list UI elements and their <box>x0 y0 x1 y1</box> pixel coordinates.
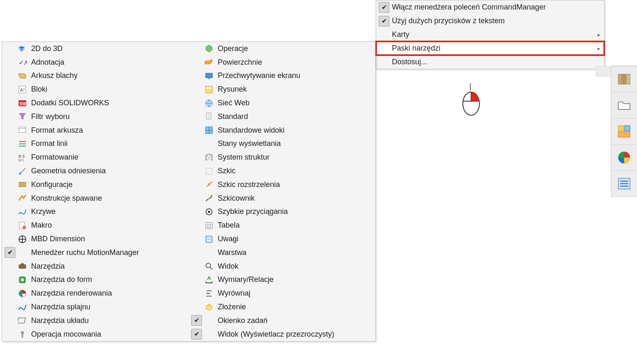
check-placeholder <box>5 315 15 326</box>
toolbar-item[interactable]: Geometria odniesienia <box>2 164 189 178</box>
toolbar-item[interactable]: Operacja mocowania <box>2 328 189 341</box>
toolbar-item[interactable]: Bloki <box>2 83 189 96</box>
toolbar-item[interactable]: Konfiguracje <box>2 178 189 192</box>
toolbar-item[interactable]: Przechwytywanie ekranu <box>189 69 375 83</box>
toolbar-item[interactable]: Powierzchnie <box>189 56 375 69</box>
toolbar-item[interactable]: Formatowanie <box>2 150 189 164</box>
ctx-item-commandmanager[interactable]: ✔ Włącz menedżera poleceń CommandManager <box>376 0 604 14</box>
toolbar-item[interactable]: 2D do 3D <box>2 42 189 56</box>
toolbar-item-label: Standard <box>218 112 371 121</box>
toolbar-item[interactable]: Konstrukcje spawane <box>2 192 189 205</box>
toolbar-item-label: Złożenie <box>218 303 371 311</box>
check-placeholder <box>191 70 202 81</box>
toolbar-item-label: Szybkie przyciągania <box>218 207 371 216</box>
toolbar-item[interactable]: Adnotacja <box>2 56 189 69</box>
dock-palette-button[interactable] <box>611 119 637 145</box>
toolbar-item[interactable]: System struktur <box>189 150 375 164</box>
tools-icon <box>17 261 28 272</box>
toolbar-item[interactable]: Widok <box>189 260 375 273</box>
toolbar-item[interactable]: Tabela <box>189 218 375 232</box>
toolbar-item[interactable]: Arkusz blachy <box>2 69 189 83</box>
toolbar-item-label: Formatowanie <box>31 153 185 162</box>
check-placeholder <box>5 206 15 217</box>
toolbar-item[interactable]: Narzędzia splajnu <box>2 300 189 314</box>
curves-icon <box>17 206 28 217</box>
ctx-item-large-buttons[interactable]: ✔ Użyj dużych przycisków z tekstem <box>376 14 604 28</box>
toolbar-item-label: Widok <box>218 262 371 271</box>
quick-snaps-icon <box>204 206 214 217</box>
toolbar-item-label: 2D do 3D <box>31 44 185 53</box>
toolbar-item[interactable]: MBD Dimension <box>2 232 189 246</box>
toolbar-item[interactable]: Wymiary/Relacje <box>189 273 375 287</box>
toolbar-item[interactable]: Złożenie <box>189 300 375 314</box>
toolbar-item[interactable]: Sieć Web <box>189 96 375 110</box>
check-placeholder <box>5 261 15 272</box>
toolbar-item[interactable]: Stany wyświetlania <box>189 137 375 151</box>
align-icon <box>204 288 214 299</box>
weldments-icon <box>17 193 28 204</box>
toolbar-item[interactable]: Szkic rozstrzelenia <box>189 178 375 192</box>
toolbar-item[interactable]: Narzędzia renderowania <box>2 286 189 300</box>
toolbar-item-label: Przechwytywanie ekranu <box>218 71 371 80</box>
check-placeholder <box>5 288 15 299</box>
check-placeholder <box>191 98 202 109</box>
toolbar-item-label: Stany wyświetlania <box>218 139 371 148</box>
dock-properties-button[interactable] <box>611 171 637 197</box>
toolbar-item-label: Bloki <box>31 85 185 94</box>
std-views-icon <box>204 125 214 136</box>
toolbar-item-label: Szkicownik <box>218 194 371 203</box>
check-placeholder <box>191 84 202 95</box>
spline-tools-icon <box>17 302 28 313</box>
toolbar-item[interactable]: Uwagi <box>189 232 375 246</box>
blocks-icon <box>17 84 28 95</box>
check-placeholder <box>5 84 15 95</box>
ctx-item-tabs[interactable]: Karty ▸ <box>376 28 604 41</box>
toolbars-column-1: 2D do 3DAdnotacjaArkusz blachyBlokiDodat… <box>2 42 189 341</box>
check-icon: ✔ <box>379 2 389 13</box>
features-icon <box>204 43 214 54</box>
filter-icon <box>17 111 28 122</box>
no-icon <box>204 138 214 149</box>
toolbars-column-2: OperacjePowierzchniePrzechwytywanie ekra… <box>189 42 375 341</box>
toolbar-item[interactable]: Warstwa <box>189 246 375 260</box>
toolbar-item[interactable]: Narzędzia <box>2 260 189 273</box>
toolbar-item[interactable]: Dodatki SOLIDWORKS <box>2 96 189 110</box>
check-placeholder <box>5 152 15 163</box>
check-placeholder <box>191 125 202 136</box>
toolbar-item[interactable]: ✔Widok (Wyświetlacz przezroczysty) <box>189 328 375 341</box>
check-placeholder <box>191 274 202 285</box>
toolbar-item-label: Wymiary/Relacje <box>218 275 371 284</box>
dock-open-button[interactable] <box>611 92 637 119</box>
dock-grip[interactable] <box>596 66 611 76</box>
ctx-item-customize[interactable]: Dostosuj... <box>376 55 604 69</box>
toolbar-item[interactable]: Format linii <box>2 137 189 151</box>
toolbar-item-label: Dodatki SOLIDWORKS <box>31 99 185 107</box>
toolbar-item[interactable]: Szybkie przyciągania <box>189 205 375 219</box>
toolbar-item[interactable]: Standard <box>189 110 375 124</box>
check-placeholder <box>191 302 202 313</box>
fastening-icon <box>17 329 28 340</box>
toolbar-item[interactable]: Standardowe widoki <box>189 124 375 137</box>
toolbar-item[interactable]: Operacje <box>189 42 375 56</box>
toolbar-item[interactable]: Szkicownik <box>189 192 375 205</box>
standard-icon <box>204 111 214 122</box>
properties-icon <box>617 176 632 191</box>
toolbar-item[interactable]: Wyrównaj <box>189 286 375 300</box>
dock-appearance-button[interactable] <box>611 145 637 171</box>
toolbar-item[interactable]: Narzędzia do form <box>2 273 189 287</box>
toolbar-item[interactable]: ✔Menedżer ruchu MotionManager <box>2 246 189 260</box>
dock-library-button[interactable] <box>611 66 637 92</box>
no-icon <box>204 247 214 258</box>
ctx-item-toolbars[interactable]: Paski narzędzi ▸ <box>376 41 604 55</box>
toolbar-item[interactable]: Makro <box>2 218 189 232</box>
toolbar-item[interactable]: Format arkusza <box>2 124 189 137</box>
toolbar-item[interactable]: ✔Okienko zadań <box>189 314 375 328</box>
check-placeholder <box>191 247 202 258</box>
screen-cap-icon <box>204 70 214 81</box>
toolbar-item[interactable]: Krzywe <box>2 205 189 219</box>
check-placeholder <box>379 57 389 68</box>
toolbar-item[interactable]: Szkic <box>189 164 375 178</box>
toolbar-item[interactable]: Narzędzia układu <box>2 314 189 328</box>
toolbar-item[interactable]: Rysunek <box>189 83 375 96</box>
toolbar-item[interactable]: Filtr wyboru <box>2 110 189 124</box>
